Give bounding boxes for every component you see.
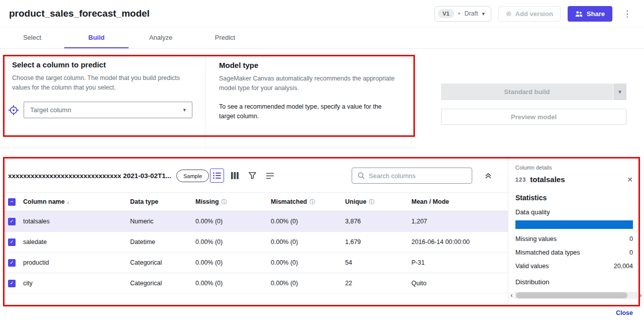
header-data-type[interactable]: Data type [130, 198, 195, 205]
header-unique[interactable]: Uniqueⓘ [345, 198, 411, 206]
header-label: Mean / Mode [411, 198, 449, 205]
cell-column-name: productid [23, 259, 130, 266]
row-checkbox[interactable]: ✓ [8, 259, 16, 267]
stat-label: Mismatched data types [515, 249, 580, 256]
cell-missing: 0.00% (0) [195, 280, 271, 287]
version-badge: V1 [438, 9, 454, 18]
cell-column-name: saledate [23, 238, 130, 246]
workflow-tabs: Select Build Analyze Predict [0, 28, 644, 49]
details-column-name: totalsales [530, 175, 565, 184]
cell-unique: 3,876 [345, 218, 411, 225]
scroll-right-arrow[interactable]: › [637, 292, 644, 299]
model-type-note: To see a recommended model type, specify… [219, 102, 390, 122]
statistics-heading: Statistics [515, 194, 633, 202]
header-label: Data type [130, 198, 158, 205]
scrollbar-track[interactable] [515, 292, 637, 299]
standard-build-split-button: Standard build ▾ [441, 84, 626, 100]
people-icon [575, 11, 583, 17]
sort-down-icon: ↓ [67, 199, 70, 205]
header-column-name[interactable]: Column name↓ [23, 198, 130, 205]
details-panel-title: Column details [515, 165, 633, 171]
row-checkbox[interactable]: ✓ [8, 280, 16, 287]
tab-select[interactable]: Select [0, 28, 64, 48]
filter-funnel-icon [249, 172, 256, 179]
version-selector[interactable]: V1 ● Draft ▾ [435, 6, 491, 22]
sample-badge[interactable]: Sample [176, 170, 209, 182]
add-version-button[interactable]: ⊕ Add version [498, 6, 561, 22]
stat-value: 0 [629, 249, 633, 256]
target-section-description: Choose the target column. The model that… [12, 73, 199, 93]
cell-data-type: Categorical [130, 280, 195, 287]
header-missing[interactable]: Missingⓘ [195, 198, 271, 206]
stat-label: Valid values [515, 263, 549, 270]
column-details-panel: Column details 123 totalsales ✕ Statisti… [508, 157, 640, 286]
search-icon [358, 172, 365, 179]
cell-mismatched: 0.00% (0) [271, 238, 345, 246]
close-link[interactable]: Close [616, 309, 633, 316]
cell-unique: 1,679 [345, 238, 411, 246]
cell-mean-mode: 2016-06-14 00:00:00 [411, 238, 508, 246]
tab-predict[interactable]: Predict [193, 28, 257, 48]
cell-mean-mode: Quito [411, 280, 508, 287]
chevron-down-icon: ▾ [183, 107, 186, 113]
filter-button[interactable] [245, 169, 259, 183]
list-view-button[interactable] [210, 169, 224, 183]
tab-build[interactable]: Build [64, 28, 129, 48]
table-row[interactable]: ✓ city Categorical 0.00% (0) 0.00% (0) 2… [5, 273, 508, 294]
info-icon[interactable]: ⓘ [309, 199, 315, 205]
select-all-checkbox[interactable]: – [8, 198, 16, 206]
scrollbar-thumb[interactable] [516, 292, 627, 298]
target-column-placeholder: Target column [30, 106, 71, 114]
collapse-panel-button[interactable] [482, 170, 494, 182]
standard-build-button[interactable]: Standard build [441, 84, 613, 100]
cell-unique: 54 [345, 259, 411, 266]
details-name-row: 123 totalsales ✕ [515, 175, 633, 184]
target-column-row: Target column ▾ [8, 102, 192, 118]
double-chevron-up-icon [485, 172, 492, 179]
distribution-heading: Distribution [515, 278, 633, 286]
table-row[interactable]: ✓ saledate Datetime 0.00% (0) 0.00% (0) … [5, 232, 508, 253]
model-type-description: SageMaker Canvas automatically recommend… [219, 74, 403, 94]
header-label: Unique [345, 198, 366, 205]
info-icon[interactable]: ⓘ [369, 199, 374, 205]
add-version-label: Add version [515, 10, 553, 18]
column-table: – Column name↓ Data type Missingⓘ Mismat… [5, 192, 508, 294]
target-crosshair-icon [8, 105, 19, 116]
schema-view-button[interactable] [263, 169, 277, 183]
header-mismatched[interactable]: Mismatchedⓘ [271, 198, 345, 206]
table-row[interactable]: ✓ productid Categorical 0.00% (0) 0.00% … [5, 253, 508, 273]
table-header-row: – Column name↓ Data type Missingⓘ Mismat… [5, 192, 508, 211]
header-mean-mode[interactable]: Mean / Mode [411, 198, 508, 205]
model-type-title: Model type [219, 61, 403, 69]
search-columns-input[interactable] [369, 172, 466, 180]
target-column-dropdown[interactable]: Target column ▾ [24, 102, 192, 118]
grid-view-button[interactable] [228, 169, 242, 183]
cell-mismatched: 0.00% (0) [271, 259, 345, 266]
row-check-cell: ✓ [5, 259, 23, 267]
header-label: Mismatched [271, 198, 307, 205]
cell-mean-mode: 1,207 [411, 218, 508, 225]
close-details-button[interactable]: ✕ [627, 176, 633, 184]
target-column-section: Select a column to predict Choose the ta… [12, 60, 199, 93]
model-title: product_sales_forecast_model [9, 8, 150, 19]
info-icon[interactable]: ⓘ [222, 199, 227, 205]
app-header: product_sales_forecast_model V1 ● Draft … [0, 0, 644, 28]
horizontal-scrollbar[interactable]: ‹ › [508, 292, 644, 299]
cell-mean-mode: P-31 [411, 259, 508, 266]
share-button[interactable]: Share [568, 6, 612, 22]
row-checkbox[interactable]: ✓ [8, 238, 16, 246]
dataset-name: xxxxxxxxxxxxxxxxxxxxxxxxxxxxxx 2021-03-0… [8, 172, 171, 180]
standard-build-caret-button[interactable]: ▾ [613, 84, 626, 100]
scroll-left-arrow[interactable]: ‹ [508, 292, 515, 299]
panel-divider [205, 56, 205, 147]
stat-value: 0 [629, 235, 633, 243]
data-quality-label: Data quality [515, 208, 633, 216]
tab-analyze[interactable]: Analyze [129, 28, 193, 48]
data-quality-bar [515, 220, 633, 229]
search-columns-box [352, 168, 472, 184]
header-actions: V1 ● Draft ▾ ⊕ Add version Share ⋮ [435, 6, 635, 22]
table-row[interactable]: ✓ totalsales Numeric 0.00% (0) 0.00% (0)… [5, 211, 508, 232]
overflow-menu-button[interactable]: ⋮ [619, 7, 635, 21]
preview-model-button[interactable]: Preview model [441, 109, 626, 125]
row-checkbox[interactable]: ✓ [8, 218, 16, 225]
